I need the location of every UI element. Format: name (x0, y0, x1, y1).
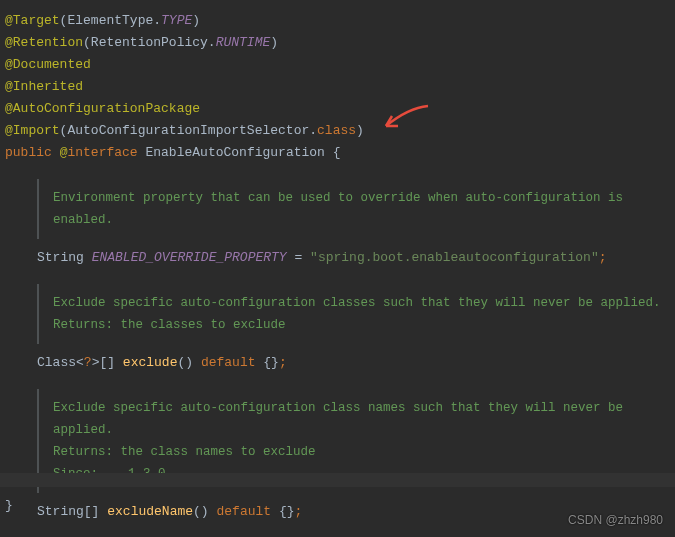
javadoc-block: Environment property that can be used to… (37, 179, 670, 239)
code-line: @Import(AutoConfigurationImportSelector.… (5, 120, 670, 142)
javadoc-line: Returns: the classes to exclude (53, 314, 670, 336)
annotation: @Target (5, 13, 60, 28)
javadoc-block: Exclude specific auto-configuration clas… (37, 284, 670, 344)
javadoc-line: Exclude specific auto-configuration clas… (53, 397, 670, 441)
code-line: @AutoConfigurationPackage (5, 98, 670, 120)
code-line: @Retention(RetentionPolicy.RUNTIME) (5, 32, 670, 54)
javadoc-line: Environment property that can be used to… (53, 187, 670, 231)
code-line: @Documented (5, 54, 670, 76)
annotation: @Inherited (5, 79, 83, 94)
annotation: @Retention (5, 35, 83, 50)
editor-strip (0, 473, 675, 487)
code-line: @Inherited (5, 76, 670, 98)
code-line: @Target(ElementType.TYPE) (5, 10, 670, 32)
javadoc-line: Returns: the class names to exclude (53, 441, 670, 463)
annotation: @Documented (5, 57, 91, 72)
code-line: } (5, 498, 13, 513)
code-editor[interactable]: @Target(ElementType.TYPE) @Retention(Ret… (0, 0, 675, 533)
code-line: public @interface EnableAutoConfiguratio… (5, 142, 670, 164)
annotation: @Import (5, 123, 60, 138)
code-line: Class<?>[] exclude() default {}; (5, 352, 670, 374)
javadoc-line: Exclude specific auto-configuration clas… (53, 292, 670, 314)
code-line: String ENABLED_OVERRIDE_PROPERTY = "spri… (5, 247, 670, 269)
watermark: CSDN @zhzh980 (568, 513, 663, 527)
annotation: @AutoConfigurationPackage (5, 101, 200, 116)
